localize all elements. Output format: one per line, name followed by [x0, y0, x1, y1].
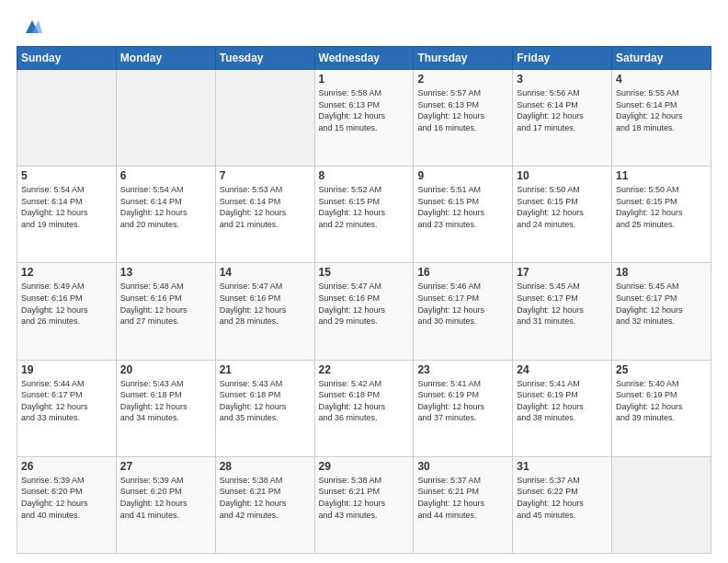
day-number: 24: [517, 363, 608, 376]
day-info: Sunrise: 5:43 AM Sunset: 6:18 PM Dayligh…: [220, 378, 311, 424]
header: [17, 17, 711, 37]
calendar-week-row: 1Sunrise: 5:58 AM Sunset: 6:13 PM Daylig…: [17, 70, 711, 167]
day-info: Sunrise: 5:50 AM Sunset: 6:15 PM Dayligh…: [517, 184, 608, 230]
day-number: 2: [417, 73, 508, 86]
day-info: Sunrise: 5:55 AM Sunset: 6:14 PM Dayligh…: [616, 87, 707, 133]
day-number: 22: [319, 363, 410, 376]
calendar-cell: 8Sunrise: 5:52 AM Sunset: 6:15 PM Daylig…: [314, 167, 414, 263]
logo-icon: [22, 17, 42, 37]
day-number: 11: [616, 169, 707, 182]
day-info: Sunrise: 5:45 AM Sunset: 6:17 PM Dayligh…: [517, 281, 608, 327]
day-number: 27: [120, 460, 211, 473]
day-info: Sunrise: 5:48 AM Sunset: 6:16 PM Dayligh…: [120, 281, 211, 327]
calendar-week-row: 12Sunrise: 5:49 AM Sunset: 6:16 PM Dayli…: [17, 263, 711, 360]
day-info: Sunrise: 5:38 AM Sunset: 6:21 PM Dayligh…: [220, 475, 311, 521]
header-tuesday: Tuesday: [215, 47, 314, 70]
day-info: Sunrise: 5:51 AM Sunset: 6:15 PM Dayligh…: [417, 184, 508, 230]
header-wednesday: Wednesday: [314, 47, 414, 70]
calendar-cell: 6Sunrise: 5:54 AM Sunset: 6:14 PM Daylig…: [116, 167, 215, 263]
calendar-cell: 19Sunrise: 5:44 AM Sunset: 6:17 PM Dayli…: [17, 360, 117, 456]
day-number: 9: [417, 169, 508, 182]
day-info: Sunrise: 5:52 AM Sunset: 6:15 PM Dayligh…: [319, 184, 410, 230]
day-number: 29: [319, 460, 410, 473]
day-number: 1: [319, 73, 410, 86]
calendar-cell: 14Sunrise: 5:47 AM Sunset: 6:16 PM Dayli…: [215, 263, 314, 360]
day-info: Sunrise: 5:53 AM Sunset: 6:14 PM Dayligh…: [220, 184, 311, 230]
calendar-cell: 3Sunrise: 5:56 AM Sunset: 6:14 PM Daylig…: [513, 70, 612, 167]
calendar-header: Sunday Monday Tuesday Wednesday Thursday…: [17, 47, 711, 70]
calendar-week-row: 5Sunrise: 5:54 AM Sunset: 6:14 PM Daylig…: [17, 167, 711, 263]
day-number: 18: [616, 266, 707, 279]
calendar-week-row: 19Sunrise: 5:44 AM Sunset: 6:17 PM Dayli…: [17, 360, 711, 456]
day-number: 19: [21, 363, 112, 376]
header-saturday: Saturday: [612, 47, 711, 70]
day-number: 16: [417, 266, 508, 279]
calendar-table: Sunday Monday Tuesday Wednesday Thursday…: [17, 46, 711, 554]
calendar-week-row: 26Sunrise: 5:39 AM Sunset: 6:20 PM Dayli…: [17, 456, 711, 553]
day-number: 30: [417, 460, 508, 473]
calendar-cell: 16Sunrise: 5:46 AM Sunset: 6:17 PM Dayli…: [414, 263, 513, 360]
day-info: Sunrise: 5:44 AM Sunset: 6:17 PM Dayligh…: [21, 378, 112, 424]
weekday-header-row: Sunday Monday Tuesday Wednesday Thursday…: [17, 47, 711, 70]
calendar-cell: 23Sunrise: 5:41 AM Sunset: 6:19 PM Dayli…: [414, 360, 513, 456]
day-info: Sunrise: 5:43 AM Sunset: 6:18 PM Dayligh…: [120, 378, 211, 424]
calendar-cell: 7Sunrise: 5:53 AM Sunset: 6:14 PM Daylig…: [215, 167, 314, 263]
day-number: 25: [616, 363, 707, 376]
calendar-cell: 4Sunrise: 5:55 AM Sunset: 6:14 PM Daylig…: [612, 70, 711, 167]
day-info: Sunrise: 5:42 AM Sunset: 6:18 PM Dayligh…: [319, 378, 410, 424]
day-info: Sunrise: 5:56 AM Sunset: 6:14 PM Dayligh…: [517, 87, 608, 133]
calendar-cell: 22Sunrise: 5:42 AM Sunset: 6:18 PM Dayli…: [314, 360, 414, 456]
calendar-cell: 28Sunrise: 5:38 AM Sunset: 6:21 PM Dayli…: [215, 456, 314, 553]
day-number: 23: [417, 363, 508, 376]
day-number: 17: [517, 266, 608, 279]
day-info: Sunrise: 5:39 AM Sunset: 6:20 PM Dayligh…: [21, 475, 112, 521]
logo-inner: [17, 17, 42, 37]
day-info: Sunrise: 5:54 AM Sunset: 6:14 PM Dayligh…: [120, 184, 211, 230]
day-info: Sunrise: 5:49 AM Sunset: 6:16 PM Dayligh…: [21, 281, 112, 327]
day-number: 6: [120, 169, 211, 182]
header-friday: Friday: [513, 47, 612, 70]
day-info: Sunrise: 5:58 AM Sunset: 6:13 PM Dayligh…: [319, 87, 410, 133]
calendar-cell: 12Sunrise: 5:49 AM Sunset: 6:16 PM Dayli…: [17, 263, 117, 360]
day-info: Sunrise: 5:57 AM Sunset: 6:13 PM Dayligh…: [417, 87, 508, 133]
calendar-cell: 5Sunrise: 5:54 AM Sunset: 6:14 PM Daylig…: [17, 167, 117, 263]
day-info: Sunrise: 5:46 AM Sunset: 6:17 PM Dayligh…: [417, 281, 508, 327]
calendar-cell: 11Sunrise: 5:50 AM Sunset: 6:15 PM Dayli…: [612, 167, 711, 263]
calendar-cell: 27Sunrise: 5:39 AM Sunset: 6:20 PM Dayli…: [116, 456, 215, 553]
day-number: 21: [220, 363, 311, 376]
calendar-cell: 9Sunrise: 5:51 AM Sunset: 6:15 PM Daylig…: [414, 167, 513, 263]
day-number: 3: [517, 73, 608, 86]
day-info: Sunrise: 5:47 AM Sunset: 6:16 PM Dayligh…: [220, 281, 311, 327]
day-number: 28: [220, 460, 311, 473]
calendar-cell: 13Sunrise: 5:48 AM Sunset: 6:16 PM Dayli…: [116, 263, 215, 360]
calendar-cell: 25Sunrise: 5:40 AM Sunset: 6:19 PM Dayli…: [612, 360, 711, 456]
day-info: Sunrise: 5:38 AM Sunset: 6:21 PM Dayligh…: [319, 475, 410, 521]
day-info: Sunrise: 5:41 AM Sunset: 6:19 PM Dayligh…: [517, 378, 608, 424]
day-number: 10: [517, 169, 608, 182]
calendar-cell: 15Sunrise: 5:47 AM Sunset: 6:16 PM Dayli…: [314, 263, 414, 360]
day-info: Sunrise: 5:47 AM Sunset: 6:16 PM Dayligh…: [319, 281, 410, 327]
day-number: 7: [220, 169, 311, 182]
day-number: 14: [220, 266, 311, 279]
calendar-cell: 31Sunrise: 5:37 AM Sunset: 6:22 PM Dayli…: [513, 456, 612, 553]
header-monday: Monday: [116, 47, 215, 70]
day-info: Sunrise: 5:54 AM Sunset: 6:14 PM Dayligh…: [21, 184, 112, 230]
calendar-body: 1Sunrise: 5:58 AM Sunset: 6:13 PM Daylig…: [17, 70, 711, 554]
calendar-cell: [17, 70, 117, 167]
day-info: Sunrise: 5:50 AM Sunset: 6:15 PM Dayligh…: [616, 184, 707, 230]
day-number: 20: [120, 363, 211, 376]
calendar-cell: 26Sunrise: 5:39 AM Sunset: 6:20 PM Dayli…: [17, 456, 117, 553]
day-number: 4: [616, 73, 707, 86]
day-number: 12: [21, 266, 112, 279]
header-thursday: Thursday: [414, 47, 513, 70]
calendar-cell: 18Sunrise: 5:45 AM Sunset: 6:17 PM Dayli…: [612, 263, 711, 360]
calendar-cell: [116, 70, 215, 167]
day-info: Sunrise: 5:37 AM Sunset: 6:22 PM Dayligh…: [517, 475, 608, 521]
calendar-cell: [215, 70, 314, 167]
calendar-cell: 10Sunrise: 5:50 AM Sunset: 6:15 PM Dayli…: [513, 167, 612, 263]
logo: [17, 17, 42, 37]
calendar-cell: [612, 456, 711, 553]
calendar-cell: 30Sunrise: 5:37 AM Sunset: 6:21 PM Dayli…: [414, 456, 513, 553]
calendar-cell: 29Sunrise: 5:38 AM Sunset: 6:21 PM Dayli…: [314, 456, 414, 553]
day-info: Sunrise: 5:37 AM Sunset: 6:21 PM Dayligh…: [417, 475, 508, 521]
